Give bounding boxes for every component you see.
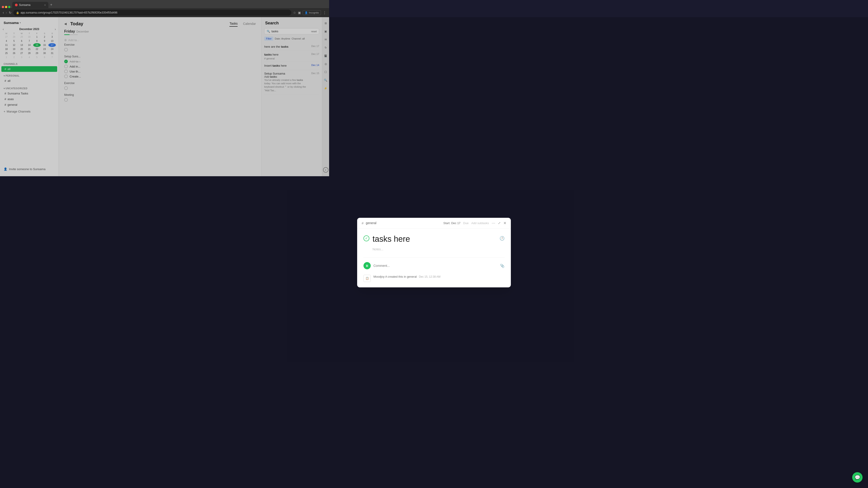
window-btn-max[interactable] — [8, 6, 10, 8]
url-text: app.sunsama.com/group/17025701040136170?… — [21, 11, 118, 14]
incognito-label: Incognito — [309, 11, 319, 14]
address-bar[interactable]: 🔒 app.sunsama.com/group/1702570104013617… — [13, 10, 291, 15]
address-bar-row: ‹ › ↻ 🔒 app.sunsama.com/group/1702570104… — [0, 8, 329, 17]
incognito-area: 👤 Incognito — [303, 10, 321, 15]
person-icon: 👤 — [305, 11, 308, 14]
browser-tab[interactable]: Sunsama × — [12, 2, 49, 8]
star-icon[interactable]: ☆ — [293, 11, 296, 14]
window-btn-min[interactable] — [5, 6, 7, 8]
tab-favicon — [15, 4, 18, 6]
modal-overlay[interactable]: # general Start: Dec 17 Due Add subtasks… — [0, 17, 329, 184]
sidebar-toggle-icon[interactable]: ▣ — [298, 11, 301, 14]
tab-close-btn[interactable]: × — [44, 4, 46, 6]
reload-btn[interactable]: ↻ — [9, 11, 11, 14]
browser-tab-bar: Sunsama × + — [0, 0, 329, 8]
new-tab-btn[interactable]: + — [49, 2, 54, 8]
window-btn-close[interactable] — [2, 6, 4, 8]
more-icon[interactable]: ⋮ — [323, 11, 327, 15]
browser-controls-left — [2, 6, 12, 8]
tab-title: Sunsama — [19, 3, 31, 6]
forward-btn[interactable]: › — [6, 11, 7, 15]
back-btn[interactable]: ‹ — [3, 11, 4, 15]
lock-icon: 🔒 — [16, 11, 19, 14]
